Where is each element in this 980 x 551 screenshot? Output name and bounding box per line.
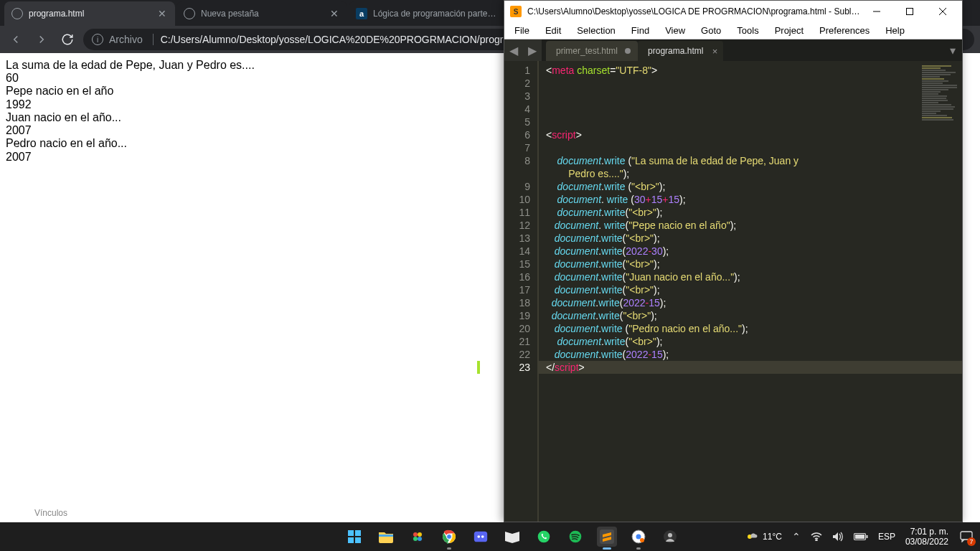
code-line[interactable]: document.write("<br>"); [546,283,962,296]
a-favicon-icon: a [356,8,367,19]
tab-overflow-button[interactable]: ▾ [943,39,962,61]
sublime-titlebar[interactable]: S C:\Users\Alumno\Desktop\yosse\LOGICA D… [504,1,962,22]
code-line[interactable]: document.write("<br>"); [546,258,962,270]
line-number: 15 [504,258,530,270]
svg-point-28 [668,533,672,537]
code-line[interactable]: document.write("<br>"); [546,335,962,348]
editor-tab[interactable]: programa.html× [638,41,723,61]
code-line[interactable]: </script> [539,361,962,374]
sublime-taskbar-icon[interactable] [597,527,617,547]
clock[interactable]: 7:01 p. m. 03/08/2022 [905,527,948,547]
svg-point-19 [481,535,484,538]
code-line[interactable]: document.write("Juan nacio en el año..."… [546,270,962,283]
weather-icon [745,530,758,543]
svg-point-13 [418,537,422,541]
weather-widget[interactable]: 11°C [745,530,782,543]
code-line[interactable]: document.write(2022-15); [546,296,962,309]
chrome-tab-2[interactable]: aLógica de programación parte 1:✕ [349,1,519,26]
maximize-button[interactable] [893,1,926,22]
minimap[interactable] [920,64,961,179]
editor-tab[interactable]: primer_test.html [546,41,638,61]
line-number: 12 [504,219,530,232]
code-line[interactable]: document. write (30+15+15); [546,193,962,206]
code-line[interactable]: document.write ("La suma de la edad de P… [546,154,962,167]
discord-icon[interactable] [471,527,491,547]
whatsapp-icon[interactable] [534,527,554,547]
forward-button[interactable] [32,29,52,50]
tab-nav-right[interactable]: ▶ [523,39,542,61]
photos-icon[interactable] [407,527,428,547]
menu-goto[interactable]: Goto [694,24,728,37]
code-line[interactable]: document.write("<br>"); [546,309,962,322]
svg-point-26 [640,538,644,542]
menu-help[interactable]: Help [878,24,912,37]
sublime-title: C:\Users\Alumno\Desktop\yosse\LOGICA DE … [527,6,860,17]
code-line[interactable]: document.write("<br>"); [546,232,962,245]
svg-rect-22 [600,529,614,544]
menu-find[interactable]: Find [624,24,656,37]
svg-point-10 [413,532,418,537]
globe-favicon-icon [184,8,195,19]
code-line[interactable] [546,141,962,154]
bookmarks-label[interactable]: Vínculos [34,508,67,518]
volume-icon[interactable] [832,532,844,542]
code-line[interactable]: document. write("Pepe nacio en el año"); [546,219,962,232]
line-number: 4 [504,103,530,116]
code-line[interactable] [546,116,962,128]
tray-chevron-icon[interactable]: ⌃ [792,531,801,542]
line-number: 21 [504,335,530,348]
menu-project[interactable]: Project [768,24,811,37]
code-line[interactable]: document.write ("Pedro nacio en el año..… [546,322,962,335]
line-number: 19 [504,309,530,322]
code-line[interactable] [546,103,962,116]
svg-rect-5 [355,530,361,536]
code-line[interactable]: document.write(2022-15); [546,348,962,361]
back-button[interactable] [6,29,26,50]
line-number: 22 [504,348,530,361]
tab-close-icon[interactable]: ✕ [156,8,168,19]
tab-close-icon[interactable]: × [712,46,718,57]
code-line[interactable]: document.write("<br>"); [546,206,962,219]
code-line[interactable] [546,90,962,103]
menu-tools[interactable]: Tools [730,24,765,37]
line-number: 20 [504,322,530,335]
chrome-alt-icon[interactable] [628,527,649,547]
menu-selection[interactable]: Selection [570,24,622,37]
code-line[interactable]: <script> [546,128,962,141]
sublime-editor[interactable]: 1234567891011121314151617181920212223 <m… [504,61,962,522]
code-line[interactable]: <meta charset="UTF-8"> [546,64,962,77]
tab-title: Nueva pestaña [201,9,324,19]
line-number: 23 [504,361,530,374]
chrome-tab-0[interactable]: programa.html✕ [4,1,175,26]
chrome-icon[interactable] [439,527,459,547]
start-button[interactable] [344,527,364,547]
file-explorer-icon[interactable] [376,527,396,547]
wifi-icon[interactable] [811,532,822,541]
code-line[interactable]: document.write(2022-30); [546,245,962,258]
code-area[interactable]: <meta charset="UTF-8"><script> document.… [539,61,962,522]
battery-icon[interactable] [854,532,868,541]
menu-preferences[interactable]: Preferences [812,24,877,37]
menu-view[interactable]: View [658,24,692,37]
svg-rect-4 [348,530,354,536]
code-line[interactable]: Pedro es...."); [546,167,962,180]
notification-count: 7 [967,537,976,546]
tab-nav-left[interactable]: ◀ [504,39,523,61]
notifications-button[interactable]: 7 [958,529,974,545]
menu-edit[interactable]: Edit [538,24,568,37]
code-line[interactable]: document.write ("<br>"); [546,180,962,193]
book-icon[interactable] [502,527,522,547]
menu-file[interactable]: File [507,24,537,37]
language-indicator[interactable]: ESP [878,532,895,542]
line-number: 17 [504,283,530,296]
tab-close-icon[interactable]: ✕ [329,8,340,19]
minimize-button[interactable] [860,1,893,22]
reload-button[interactable] [57,29,77,50]
spotify-icon[interactable] [565,527,585,547]
profile-icon[interactable] [660,527,680,547]
sublime-menubar: FileEditSelectionFindViewGotoToolsProjec… [504,22,962,39]
code-line[interactable] [546,77,962,90]
close-button[interactable] [926,1,959,22]
chrome-tab-1[interactable]: Nueva pestaña✕ [176,1,347,26]
site-info-icon[interactable]: i [92,34,103,45]
